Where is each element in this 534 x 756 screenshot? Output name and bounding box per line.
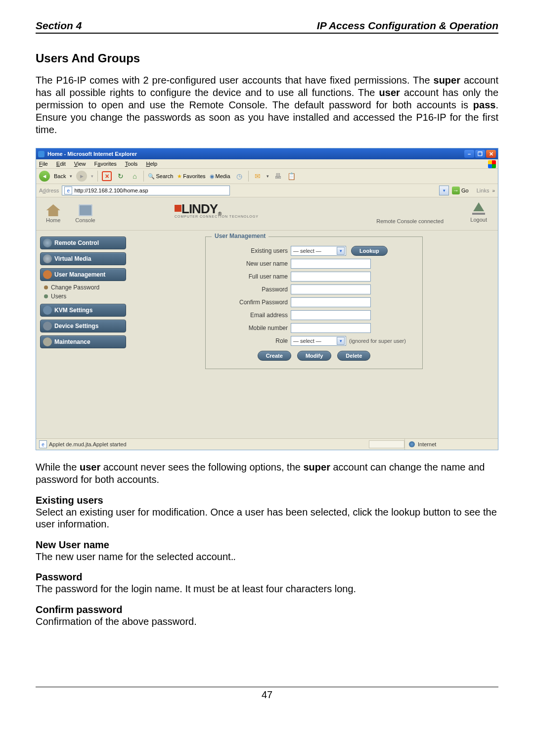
minimize-button[interactable]: – [464,150,474,158]
text-password: The password for the login name. It must… [36,583,498,595]
back-button[interactable]: ◄ [39,171,50,182]
maximize-button[interactable]: ❐ [475,150,485,158]
label-confirm-password: Confirm Password [214,299,291,306]
kvm-icon [43,306,52,315]
delete-button[interactable]: Delete [337,351,370,361]
bullet-icon [44,285,48,289]
full-user-name-input[interactable] [291,272,371,282]
back-dropdown-icon[interactable]: ▾ [70,174,72,179]
sidebar-item-remote-control[interactable]: Remote Control [40,236,126,249]
window-title: Home - Microsoft Internet Explorer [47,151,137,157]
console-icon [79,204,92,216]
button-row: Create Modify Delete [214,351,414,361]
password-input[interactable] [291,284,371,294]
user-management-icon [43,270,52,279]
text-new-user-name: The new user name for the selected accou… [36,551,498,563]
zone-label: Internet [418,441,436,447]
go-icon: → [452,187,460,194]
page-icon: e [64,187,72,194]
role-select[interactable]: — select — ▾ [291,336,346,346]
intro-paragraph: The P16-IP comes with 2 pre-configured u… [36,74,498,136]
intro-pass: pass [473,99,496,110]
intro-super: super [434,75,460,86]
forward-button[interactable]: ► [76,171,87,182]
nav-home[interactable]: Home [46,204,60,223]
existing-users-select[interactable]: — select — ▾ [291,246,346,256]
back-label[interactable]: Back [54,173,66,179]
remote-console-status: Remote Console connected [376,218,444,224]
create-button[interactable]: Create [258,351,291,361]
brand-logo: LINDY ® COMPUTER CONNECTION TECHNOLOGY [175,201,259,218]
chevron-down-icon: ▾ [337,247,345,255]
address-label: Address [39,188,59,193]
after-screenshot-paragraph: While the user account never sees the fo… [36,461,498,486]
applet-icon: e [39,440,47,448]
favorites-button[interactable]: ★Favorites [177,173,205,180]
address-input[interactable]: e http://192.168.2.100/home.asp [62,186,230,195]
ie-icon [38,151,44,157]
sidebar-item-device-settings[interactable]: Device Settings [40,320,126,332]
go-button[interactable]: → Go [452,187,469,194]
maintenance-icon [43,337,52,346]
logout-bar-icon [472,213,485,215]
mobile-input[interactable] [291,323,371,333]
menu-help[interactable]: Help [146,161,157,167]
menu-bar: File Edit View Favorites Tools Help [36,159,498,169]
brand-square-icon [175,205,181,212]
nav-logout[interactable]: Logout [470,202,487,223]
sidebar-item-virtual-media[interactable]: Virtual Media [40,252,126,265]
label-full-user-name: Full user name [214,273,291,280]
media-button[interactable]: ◉Media [210,173,230,180]
home-icon[interactable]: ⌂ [130,171,139,181]
email-input[interactable] [291,310,371,320]
browser-window: Home - Microsoft Internet Explorer – ❐ ✕… [36,148,498,450]
sidebar-sub-change-password[interactable]: Change Password [42,283,126,292]
modify-button[interactable]: Modify [297,351,331,361]
address-url: http://192.168.2.100/home.asp [74,188,148,193]
sidebar-item-user-management[interactable]: User Management [40,268,126,281]
address-dropdown-icon[interactable]: ▾ [439,186,449,195]
windows-flag-icon [488,160,496,168]
stop-icon[interactable]: × [102,171,112,181]
links-chevron-icon[interactable]: » [492,188,495,193]
sidebar-item-kvm-settings[interactable]: KVM Settings [40,304,126,317]
label-mobile: Mobile number [214,325,291,331]
page-number: 47 [36,687,498,701]
label-role: Role [214,337,291,344]
search-button[interactable]: 🔍Search [148,173,173,180]
new-user-name-input[interactable] [291,259,371,269]
section-header-left: Section 4 [36,20,82,32]
page-title: Users And Groups [36,51,498,65]
close-button[interactable]: ✕ [486,150,496,158]
lookup-button[interactable]: Lookup [351,246,388,256]
print-icon[interactable]: 🖶 [273,171,283,181]
menu-tools[interactable]: Tools [125,161,138,167]
center-panel: User Management Existing users — select … [130,231,498,389]
label-existing-users: Existing users [214,247,291,254]
window-controls: – ❐ ✕ [464,150,496,158]
intro-text-1: The P16-IP comes with 2 pre-configured u… [36,75,434,86]
links-label[interactable]: Links [477,188,490,193]
separator [248,171,249,182]
nav-console[interactable]: Console [75,204,95,223]
address-bar: Address e http://192.168.2.100/home.asp … [36,184,498,197]
menu-view[interactable]: View [74,161,86,167]
sidebar-sub-users[interactable]: Users [42,292,126,301]
fieldset-legend: User Management [212,233,268,239]
subhead-existing-users: Existing users [36,495,498,506]
label-new-user-name: New user name [214,260,291,267]
confirm-password-input[interactable] [291,297,371,307]
menu-favorites[interactable]: Favorites [94,161,117,167]
refresh-icon[interactable]: ↻ [116,171,126,181]
user-management-fieldset: User Management Existing users — select … [205,236,423,369]
edit-icon[interactable]: 📋 [287,171,297,181]
status-bar: e Applet de.mud.jta.Applet started Inter… [36,438,498,450]
mail-icon[interactable]: ✉ [253,171,263,181]
sidebar-item-maintenance[interactable]: Maintenance [40,335,126,348]
menu-file[interactable]: File [39,161,48,167]
mail-dropdown-icon[interactable]: ▾ [267,174,269,179]
history-icon[interactable]: ◷ [234,171,244,181]
internet-icon [409,441,415,447]
menu-edit[interactable]: Edit [56,161,66,167]
chevron-down-icon: ▾ [337,337,345,345]
